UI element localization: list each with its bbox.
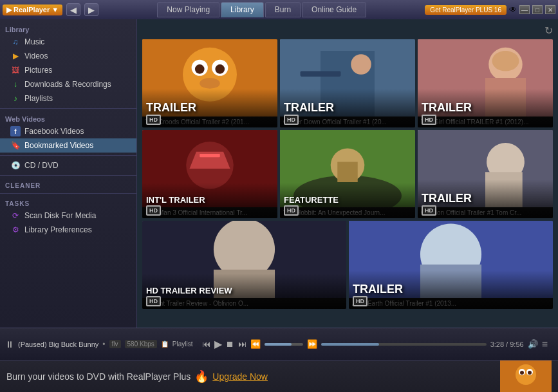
volume-button[interactable]: 🔊 <box>528 339 538 349</box>
ad-thumbnail <box>500 360 552 393</box>
hd-badge-1: HD <box>284 115 299 125</box>
cd-icon: 💿 <box>10 160 21 171</box>
video-icon: ▶ <box>10 51 21 61</box>
video-item-2[interactable]: TRAILER HD The Girl Official TRAILER #1 … <box>418 39 553 127</box>
video-overlay-3: INT'L TRAILER HD <box>142 183 277 218</box>
video-label-4: FEATURETTE <box>284 196 411 204</box>
video-item-5[interactable]: TRAILER HD Oblivion Official Trailer #1 … <box>418 130 553 218</box>
hd-badge-6: HD <box>146 296 161 306</box>
picture-icon: 🖼 <box>10 65 21 75</box>
video-item-6[interactable]: HD TRAILER REVIEW HD Instant Trailer Rev… <box>142 221 346 309</box>
sidebar-item-music[interactable]: ♫ Music <box>0 35 136 49</box>
player-playlist: Playlist <box>172 341 193 348</box>
seek-bar[interactable] <box>321 343 487 346</box>
sidebar-videos-label: Videos <box>24 51 48 61</box>
play-button[interactable]: ▶ <box>214 338 222 350</box>
content-header: ↻ <box>142 24 553 37</box>
sidebar-item-prefs[interactable]: ⚙ Library Preferences <box>0 223 136 237</box>
sidebar-item-facebook[interactable]: f Facebook Videos <box>0 124 136 138</box>
maximize-button[interactable]: □ <box>532 5 543 14</box>
player-dot: • <box>102 340 105 349</box>
stop-button[interactable]: ⏹ <box>226 339 234 349</box>
sidebar-playlists-label: Playlists <box>24 94 53 103</box>
video-item-0[interactable]: TRAILER HD The Croods Official Trailer #… <box>142 39 277 127</box>
main-layout: Library ♫ Music ▶ Videos 🖼 Pictures ↓ Do… <box>0 19 558 328</box>
spy-icon: 👁 <box>509 5 517 14</box>
bottom-section: ⏸ (Paused) Big Buck Bunny • flv 580 Kbps… <box>0 328 558 392</box>
sidebar: Library ♫ Music ▶ Videos 🖼 Pictures ↓ Do… <box>0 19 137 328</box>
video-label-0: TRAILER <box>146 102 274 113</box>
dropdown-icon: ▼ <box>51 6 59 14</box>
sidebar-pictures-label: Pictures <box>24 66 52 75</box>
video-item-1[interactable]: TRAILER HD Officer Down Official Trailer… <box>280 39 415 127</box>
svg-point-5 <box>215 64 225 74</box>
svg-point-9 <box>351 54 371 75</box>
video-overlay-6: HD TRAILER REVIEW HD <box>142 274 346 309</box>
back-button[interactable]: ◀ <box>66 3 80 16</box>
video-label-3: INT'L TRAILER <box>146 196 274 204</box>
close-button[interactable]: ✕ <box>545 5 555 14</box>
sidebar-bookmarked-label: Bookmarked Videos <box>24 141 93 150</box>
sidebar-item-bookmarked[interactable]: 🔖 Bookmarked Videos <box>0 138 136 153</box>
tab-now-playing[interactable]: Now Playing <box>157 2 219 17</box>
video-overlay-4: FEATURETTE HD <box>280 183 415 218</box>
sidebar-item-downloads[interactable]: ↓ Downloads & Recordings <box>0 77 136 91</box>
hd-badge-4: HD <box>284 205 299 216</box>
video-item-7[interactable]: TRAILER HD After Earth Official Trailer … <box>349 221 553 309</box>
equalizer-button[interactable]: ≡ <box>542 339 548 350</box>
prev-button[interactable]: ⏮ <box>202 339 210 349</box>
svg-point-4 <box>195 64 205 74</box>
player-status: (Paused) Big Buck Bunny <box>18 341 98 348</box>
svg-point-36 <box>520 371 524 375</box>
svg-rect-22 <box>337 162 358 183</box>
hd-badge-5: HD <box>422 205 436 216</box>
real-logo-icon: ▶ <box>6 6 12 14</box>
hd-badge-3: HD <box>146 205 161 216</box>
scan-icon: ⟳ <box>10 210 21 221</box>
sidebar-scan-label: Scan Disk For Media <box>24 211 96 220</box>
player-bar: ⏸ (Paused) Big Buck Bunny • flv 580 Kbps… <box>0 328 558 360</box>
hd-badge-0: HD <box>146 115 161 125</box>
web-videos-title[interactable]: Web Videos <box>0 111 136 124</box>
volume-slider[interactable] <box>265 343 303 346</box>
sidebar-item-scan[interactable]: ⟳ Scan Disk For Media <box>0 209 136 223</box>
sidebar-item-cd[interactable]: 💿 CD / DVD <box>0 158 136 173</box>
library-group-title[interactable]: Library <box>0 22 136 35</box>
sidebar-item-pictures[interactable]: 🖼 Pictures <box>0 63 136 77</box>
video-label-2: TRAILER <box>422 102 549 113</box>
hd-badge-2: HD <box>422 115 436 125</box>
minimize-button[interactable]: — <box>519 5 530 14</box>
playlist-icon: ♪ <box>10 93 21 104</box>
video-overlay-2: TRAILER HD <box>418 89 553 127</box>
svg-point-33 <box>516 364 536 385</box>
music-icon: ♫ <box>10 37 21 47</box>
rewind-button[interactable]: ⏪ <box>250 339 261 349</box>
video-overlay-1: TRAILER HD <box>280 89 415 127</box>
tab-online-guide[interactable]: Online Guide <box>302 2 366 17</box>
video-label-6: HD TRAILER REVIEW <box>146 286 342 295</box>
content-area: ↻ TRAILER <box>137 19 558 328</box>
refresh-button[interactable]: ↻ <box>544 24 553 37</box>
tab-library[interactable]: Library <box>221 2 264 17</box>
download-icon: ↓ <box>10 79 21 89</box>
video-grid-top: TRAILER HD The Croods Official Trailer #… <box>142 39 553 218</box>
forward-button[interactable]: ▶ <box>84 3 98 16</box>
get-plus-button[interactable]: Get RealPlayer PLUS 16 <box>425 5 507 15</box>
video-label-5: TRAILER <box>422 192 549 204</box>
next-button[interactable]: ⏭ <box>238 339 246 349</box>
logo-button[interactable]: ▶ RealPlayer ▼ <box>3 5 62 15</box>
sidebar-music-label: Music <box>24 37 44 46</box>
video-item-3[interactable]: INT'L TRAILER HD Iron Man 3 Official Int… <box>142 130 277 218</box>
sidebar-item-videos[interactable]: ▶ Videos <box>0 49 136 63</box>
player-playlist-icon: 📋 <box>161 341 169 348</box>
tab-burn[interactable]: Burn <box>265 2 301 17</box>
video-overlay-0: TRAILER HD <box>142 89 277 127</box>
forward-button[interactable]: ⏩ <box>307 339 317 349</box>
upgrade-link[interactable]: Upgrade Now <box>212 371 268 382</box>
sidebar-item-playlists[interactable]: ♪ Playlists <box>0 91 136 106</box>
video-label-1: TRAILER <box>284 102 411 113</box>
sidebar-downloads-label: Downloads & Recordings <box>24 80 111 89</box>
tasks-section-title: TASKS <box>0 196 136 209</box>
player-format: flv <box>109 340 121 348</box>
video-item-4[interactable]: FEATURETTE HD The Hobbit: An Unexpected … <box>280 130 415 218</box>
